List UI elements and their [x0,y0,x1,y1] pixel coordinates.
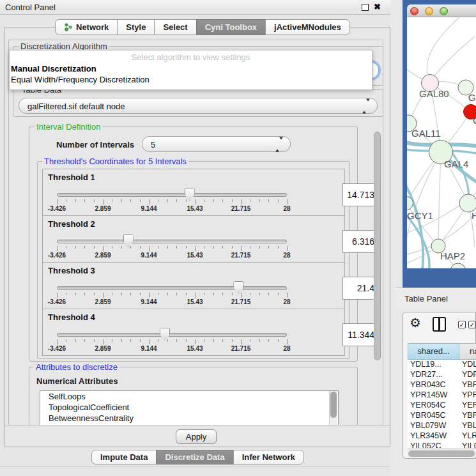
tab-cyni-toolbox[interactable]: Cyni Toolbox [196,19,266,35]
network-icon [64,23,73,31]
table-row[interactable]: YPR145WYPR1 [408,390,476,401]
network-view-canvas[interactable]: GAL80GAGGAL11GAL4GCY1HHAP2 [407,17,476,268]
slider-tick-labels: -3.4262.8599.14415.4321.71528 [43,216,344,262]
threshold-row: Threshold 2 -3.4262.8599.14415.4321.7152… [42,215,345,263]
float-window-icon[interactable] [362,4,369,11]
zoom-window-icon[interactable] [440,7,448,15]
table-header: shared... na [408,343,476,360]
tab-select[interactable]: Select [154,19,196,35]
threshold-row: Threshold 4 -3.4262.8599.14415.4321.7152… [42,309,345,356]
list-item[interactable]: SelfLoops [40,391,338,402]
numerical-attributes-heading: Numerical Attributes [36,376,118,386]
table-row[interactable]: YDR27...YDR2 [408,370,476,380]
algorithm-dropdown-popup: Select algorithm to view settings Manual… [9,50,372,90]
control-panel-tabs: Network Style Select Cyni Toolbox jActiv… [55,19,350,35]
checkbox-icon[interactable]: ✓ [458,321,466,328]
tab-impute-data[interactable]: Impute Data [91,450,157,464]
network-window-titlebar[interactable] [407,4,476,17]
attributes-list-scrollbar[interactable] [329,391,337,425]
network-node-label: GCY1 [407,210,433,221]
settings-scrollbar[interactable] [374,132,381,360]
minimize-window-icon[interactable] [425,7,433,15]
column-layout-icon[interactable] [433,317,446,332]
menu-item-equal-width-frequency[interactable]: Equal Width/Frequency Discretization [11,75,150,84]
tab-style[interactable]: Style [117,19,155,35]
table-data-combobox[interactable]: galFiltered.sif default node [19,98,378,114]
number-of-intervals-value: 5 [151,139,155,149]
list-item[interactable]: BetweennessCentrality [40,413,338,424]
interval-definition-title: Interval Definition [35,123,102,132]
table-panel-title: Table Panel [404,294,448,303]
threshold-row: Threshold 3 -3.4262.8599.14415.4321.7152… [42,262,345,309]
number-of-intervals-label: Number of Intervals [56,140,134,150]
table-panel-titlebar: Table Panel [396,288,476,309]
gear-icon[interactable]: ⚙ [410,315,421,330]
list-item[interactable]: TopologicalCoefficient [40,402,338,413]
control-panel-titlebar: Control Panel ✖ [0,0,396,15]
checkbox-icon[interactable]: ✓ [468,321,476,328]
table-row[interactable]: YIL052CYIL0 [408,441,476,448]
network-node[interactable] [459,194,476,212]
control-panel-title: Control Panel [5,3,56,12]
network-edge[interactable] [427,17,463,83]
numerical-attributes-list[interactable]: SelfLoopsTopologicalCoefficientBetweenne… [40,390,339,426]
network-edge[interactable] [438,152,441,246]
network-edge[interactable] [430,36,475,83]
column-header-name[interactable]: na [459,343,476,360]
network-node-label: GAL80 [419,88,449,99]
network-edge-thick[interactable] [407,178,423,268]
table-data-group: Table Data galFiltered.sif default node [13,89,383,117]
slider-tick-labels: -3.4262.8599.14415.4321.71528 [43,263,344,309]
table-row[interactable]: YBR043CYBR0 [408,380,476,390]
close-panel-icon[interactable]: ✖ [374,2,381,12]
network-node-label: HAP2 [440,250,465,261]
cyni-mode-tabs: Impute Data Discretize Data Infer Networ… [91,450,304,464]
threshold-row: Threshold 1 -3.4262.8599.14415.4321.7152… [42,169,345,216]
close-window-icon[interactable] [410,7,418,15]
table-row[interactable]: YER054CYER0 [408,401,476,411]
table-row[interactable]: YDL19...YDL1 [408,360,476,370]
tab-network[interactable]: Network [55,19,118,35]
table-rows[interactable]: YDL19...YDL1YDR27...YDR2YBR043CYBR0YPR14… [408,360,476,448]
menu-item-manual-discretization[interactable]: Manual Discretization [11,64,96,73]
table-horizontal-scrollbar[interactable] [408,449,476,457]
combo-arrows-icon [275,139,283,149]
table-row[interactable]: YBL079WYBL0 [408,421,476,431]
algorithm-hint: Select algorithm to view settings [10,52,372,62]
slider-tick-labels: -3.4262.8599.14415.4321.71528 [43,309,344,355]
table-row[interactable]: YBR045CYBR0 [408,411,476,421]
table-panel: ⚙ ✓ ✓ shared... na YDL19...YDL1YDR27...Y… [403,312,476,459]
tab-jactivemnodules[interactable]: jActiveMNodules [265,19,350,35]
apply-bar: Apply [4,425,390,447]
attributes-title: Attributes to discretize [34,363,119,372]
combo-arrows-icon [362,101,370,111]
table-row[interactable]: YLR345WYLR3 [408,431,476,441]
apply-button[interactable]: Apply [176,429,217,444]
bottom-divider [0,466,395,467]
network-node-label: GA [468,92,476,103]
tab-infer-network[interactable]: Infer Network [233,450,304,464]
table-data-value: galFiltered.sif default node [27,101,125,111]
thresholds-title: Threshold's Coordinates for 5 Intervals [42,157,188,166]
network-node-label: GAL4 [444,158,468,169]
network-node-label: GAL11 [411,128,441,139]
column-header-shared-name[interactable]: shared... [408,343,459,360]
network-node-label: H [472,210,476,221]
tab-discretize-data[interactable]: Discretize Data [156,450,233,464]
tab-network-label: Network [76,22,109,32]
network-node-label: G [473,115,476,126]
number-of-intervals-combobox[interactable]: 5 [142,136,291,152]
